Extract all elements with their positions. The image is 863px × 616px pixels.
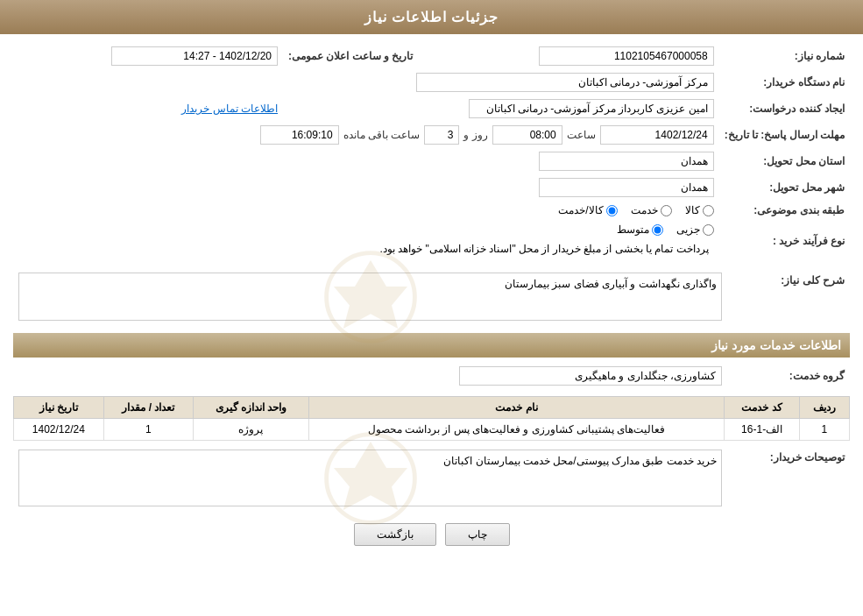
buyer-notes-row: توصیحات خریدار: خرید خدمت طبق مدارک پیوس… xyxy=(13,446,850,510)
deadline-remaining-label: ساعت باقی مانده xyxy=(343,129,421,141)
announce-label: تاریخ و ساعت اعلان عمومی: xyxy=(283,43,418,69)
need-desc-table: شرح کلی نیاز: واگذاری نگهداشت و آبیاری ف… xyxy=(13,269,850,324)
back-button[interactable]: بازگشت xyxy=(354,523,436,546)
process-mottavasset-label[interactable]: متوسط xyxy=(617,223,663,236)
buyer-notes-text: خرید خدمت طبق مدارک پیوستی/محل خدمت بیما… xyxy=(443,455,717,467)
content-area: شماره نیاز: 1102105467000058 تاریخ و ساع… xyxy=(0,34,863,555)
page-title: جزئیات اطلاعات نیاز xyxy=(364,10,499,25)
print-button[interactable]: چاپ xyxy=(445,523,510,546)
category-kala-label[interactable]: کالا xyxy=(685,204,714,216)
process-mottavasset-radio[interactable] xyxy=(652,224,663,236)
svg-point-2 xyxy=(357,284,383,309)
svg-point-5 xyxy=(357,465,383,491)
deadline-remaining: 16:09:10 xyxy=(260,125,339,145)
city-label: شهر محل تحویل: xyxy=(719,174,850,201)
category-kala-khedmat-text: کالا/خدمت xyxy=(558,204,603,216)
svg-point-0 xyxy=(326,252,414,341)
buyer-notes-field: خرید خدمت طبق مدارک پیوستی/محل خدمت بیما… xyxy=(18,450,722,506)
deadline-label: مهلت ارسال پاسخ: تا تاریخ: xyxy=(719,122,850,148)
need-number-field: 1102105467000058 xyxy=(539,46,714,66)
deadline-time: 08:00 xyxy=(492,125,562,145)
category-khedmat-radio[interactable] xyxy=(661,205,672,216)
col-unit: واحد اندازه گیری xyxy=(194,397,308,419)
buyer-notes-container: خرید خدمت طبق مدارک پیوستی/محل خدمت بیما… xyxy=(18,450,722,506)
need-desc-label: شرح کلی نیاز: xyxy=(727,269,850,324)
services-body: 1 الف-1-16 فعالیت‌های پشتیبانی کشاورزی و… xyxy=(14,419,850,441)
buyer-org-label: نام دستگاه خریدار: xyxy=(719,69,850,96)
need-desc-text: واگذاری نگهداشت و آبیاری فضای سبز بیمارس… xyxy=(505,278,717,290)
announce-field: 1402/12/20 - 14:27 xyxy=(111,46,278,66)
watermark-logo-2 xyxy=(318,426,423,531)
buyer-notes-label: توصیحات خریدار: xyxy=(727,446,850,510)
creator-row: ایجاد کننده درخواست: امین عزیزی کاربرداز… xyxy=(13,96,850,122)
table-row: 1 الف-1-16 فعالیت‌های پشتیبانی کشاورزی و… xyxy=(14,419,850,441)
province-field: همدان xyxy=(539,152,714,171)
cell-unit: پروژه xyxy=(194,419,308,441)
creator-label: ایجاد کننده درخواست: xyxy=(719,96,850,122)
service-group-label: گروه خدمت: xyxy=(727,363,850,389)
contact-link[interactable]: اطلاعات تماس خریدار xyxy=(181,103,278,115)
province-value: همدان xyxy=(13,148,719,174)
cell-quantity: 1 xyxy=(103,419,194,441)
category-kala-khedmat-radio[interactable] xyxy=(606,205,618,216)
category-kala-khedmat-label[interactable]: کالا/خدمت xyxy=(558,204,617,216)
buyer-org-field: مرکز آموزشی- درمانی اکباتان xyxy=(416,73,714,92)
need-number-row: شماره نیاز: 1102105467000058 تاریخ و ساع… xyxy=(13,43,850,69)
buyer-org-row: نام دستگاه خریدار: مرکز آموزشی- درمانی ا… xyxy=(13,69,850,96)
cell-date: 1402/12/24 xyxy=(14,419,104,441)
need-desc-row: شرح کلی نیاز: واگذاری نگهداشت و آبیاری ف… xyxy=(13,269,850,324)
category-radios: کالا خدمت کالا/خدمت xyxy=(13,201,719,220)
col-service-code: کد خدمت xyxy=(725,397,799,419)
info-table: شماره نیاز: 1102105467000058 تاریخ و ساع… xyxy=(13,43,850,262)
need-desc-field: واگذاری نگهداشت و آبیاری فضای سبز بیمارس… xyxy=(18,273,722,321)
need-number-label: شماره نیاز: xyxy=(719,43,850,69)
province-label: استان محل تحویل: xyxy=(719,148,850,174)
services-header-row: ردیف کد خدمت نام خدمت واحد اندازه گیری ت… xyxy=(14,397,850,419)
process-jazee-radio[interactable] xyxy=(703,224,714,236)
col-quantity: تعداد / مقدار xyxy=(103,397,194,419)
contact-link-cell[interactable]: اطلاعات تماس خریدار xyxy=(13,96,283,122)
col-service-name: نام خدمت xyxy=(308,397,725,419)
process-jazee-text: جزیی xyxy=(676,223,700,236)
deadline-values: 1402/12/24 ساعت 08:00 روز و 3 ساعت باقی … xyxy=(13,122,719,148)
service-group-table: گروه خدمت: کشاورزی، جنگلداری و ماهیگیری xyxy=(13,363,850,389)
process-mottavasset-text: متوسط xyxy=(617,223,649,236)
buyer-notes-table: توصیحات خریدار: خرید خدمت طبق مدارک پیوس… xyxy=(13,446,850,510)
city-field: همدان xyxy=(539,178,714,197)
buyer-org-value: مرکز آموزشی- درمانی اکباتان xyxy=(13,69,719,96)
col-date: تاریخ نیاز xyxy=(14,397,104,419)
buyer-notes-value-cell: خرید خدمت طبق مدارک پیوستی/محل خدمت بیما… xyxy=(13,446,727,510)
creator-field: امین عزیزی کاربرداز مرکز آموزشی- درمانی … xyxy=(469,99,714,118)
process-jazee-label[interactable]: جزیی xyxy=(676,223,714,236)
category-kala-text: کالا xyxy=(685,204,700,216)
svg-marker-4 xyxy=(334,442,407,510)
province-row: استان محل تحویل: همدان xyxy=(13,148,850,174)
cell-service-name: فعالیت‌های پشتیبانی کشاورزی و فعالیت‌های… xyxy=(308,419,725,441)
col-row-num: ردیف xyxy=(799,397,849,419)
button-row: چاپ بازگشت xyxy=(13,523,850,546)
deadline-date: 1402/12/24 xyxy=(600,125,714,145)
category-label: طبقه بندی موضوعی: xyxy=(719,201,850,220)
category-row: طبقه بندی موضوعی: کالا خدمت xyxy=(13,201,850,220)
process-label: نوع فرآیند خرید : xyxy=(719,220,850,262)
need-desc-container: واگذاری نگهداشت و آبیاری فضای سبز بیمارس… xyxy=(18,273,722,321)
process-row: نوع فرآیند خرید : جزیی متوسط xyxy=(13,220,850,262)
category-kala-radio[interactable] xyxy=(703,205,714,216)
process-area: جزیی متوسط پرداخت تمام یا بخشی از مبلغ خ… xyxy=(13,220,719,262)
service-group-value: کشاورزی، جنگلداری و ماهیگیری xyxy=(13,363,727,389)
deadline-row: مهلت ارسال پاسخ: تا تاریخ: 1402/12/24 سا… xyxy=(13,122,850,148)
svg-marker-1 xyxy=(334,260,407,329)
announce-value: 1402/12/20 - 14:27 xyxy=(13,43,283,69)
creator-value: امین عزیزی کاربرداز مرکز آموزشی- درمانی … xyxy=(283,96,719,122)
services-section-header: اطلاعات خدمات مورد نیاز xyxy=(13,333,850,358)
process-text: پرداخت تمام یا بخشی از مبلغ خریدار از مح… xyxy=(374,239,713,258)
service-group-row: گروه خدمت: کشاورزی، جنگلداری و ماهیگیری xyxy=(13,363,850,389)
deadline-time-label: ساعت xyxy=(567,129,596,141)
need-desc-value-cell: واگذاری نگهداشت و آبیاری فضای سبز بیمارس… xyxy=(13,269,727,324)
cell-row-num: 1 xyxy=(799,419,849,441)
svg-point-3 xyxy=(326,434,414,522)
deadline-days: 3 xyxy=(424,125,459,145)
category-khedmat-label[interactable]: خدمت xyxy=(631,204,672,216)
deadline-days-label: روز و xyxy=(463,129,487,141)
cell-service-code: الف-1-16 xyxy=(725,419,799,441)
